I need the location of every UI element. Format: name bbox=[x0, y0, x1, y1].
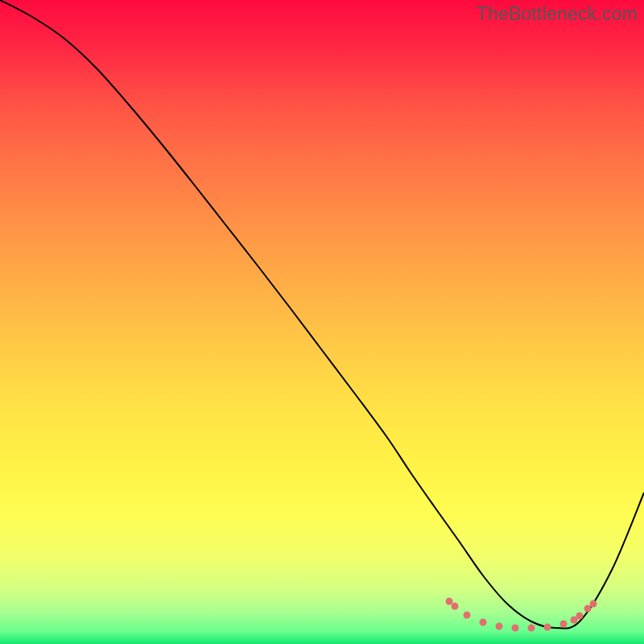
bottleneck-curve-path bbox=[0, 0, 644, 629]
highlight-dot bbox=[584, 605, 592, 613]
highlight-dot bbox=[528, 625, 535, 632]
highlight-dot bbox=[480, 619, 487, 626]
highlight-dot bbox=[446, 598, 453, 605]
highlight-dot bbox=[452, 603, 459, 610]
highlight-dot bbox=[544, 624, 551, 631]
highlight-dot bbox=[512, 625, 519, 632]
highlight-dot bbox=[576, 613, 584, 620]
highlight-dot bbox=[496, 623, 503, 630]
curve-svg bbox=[0, 0, 644, 644]
highlight-dot bbox=[590, 601, 597, 608]
highlight-dot bbox=[464, 612, 471, 619]
highlight-dot bbox=[560, 621, 568, 628]
chart-container: TheBottleneck.com bbox=[0, 0, 644, 644]
